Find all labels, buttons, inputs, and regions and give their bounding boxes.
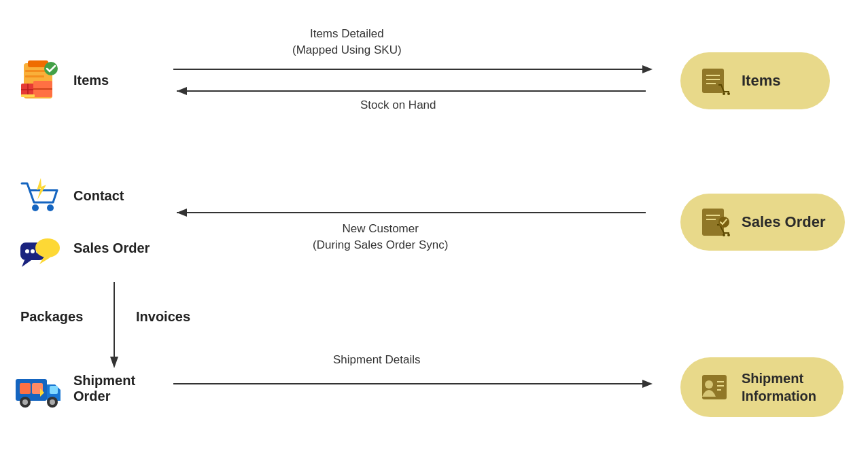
svg-point-50 — [727, 234, 730, 236]
arrow-label-items-detailed: Items Detailed(Mapped Using SKU) — [292, 26, 402, 58]
shipment-order-icon — [12, 361, 67, 416]
svg-marker-9 — [642, 380, 653, 388]
svg-point-22 — [47, 204, 54, 211]
svg-rect-32 — [50, 386, 58, 394]
svg-point-26 — [25, 249, 29, 253]
items-icon — [12, 53, 67, 107]
svg-marker-1 — [642, 65, 653, 73]
items-left-label: Items — [73, 73, 109, 88]
left-item-shipment-order: ShipmentOrder — [12, 361, 135, 416]
shipment-order-left-label: ShipmentOrder — [73, 373, 135, 404]
invoices-label: Invoices — [136, 309, 190, 325]
sales-order-left-icon — [12, 221, 67, 275]
right-pill-shipment-info: ShipmentInformation — [680, 357, 844, 417]
left-item-sales-order: Sales Order — [12, 221, 150, 275]
items-pill-icon — [699, 65, 732, 97]
svg-point-21 — [32, 204, 39, 211]
svg-rect-13 — [25, 75, 44, 77]
svg-point-53 — [705, 380, 713, 389]
svg-point-44 — [723, 92, 725, 95]
svg-point-29 — [35, 238, 60, 257]
packages-label: Packages — [20, 309, 83, 325]
shipment-info-pill-label: ShipmentInformation — [742, 370, 816, 405]
svg-marker-23 — [37, 178, 46, 200]
svg-point-34 — [22, 399, 28, 405]
left-item-contact: Contact — [12, 168, 124, 223]
contact-icon — [12, 168, 67, 223]
shipment-info-pill-icon — [699, 371, 732, 403]
arrow-label-stock-on-hand: Stock on Hand — [360, 98, 436, 112]
svg-point-49 — [723, 234, 725, 236]
sales-order-pill-label: Sales Order — [742, 213, 826, 231]
svg-rect-19 — [21, 94, 35, 97]
left-item-items: Items — [12, 53, 109, 107]
arrow-label-shipment-details: Shipment Details — [333, 353, 421, 367]
right-pill-items: Items — [680, 52, 830, 109]
diagram-container: Items Detailed(Mapped Using SKU) Stock o… — [0, 0, 868, 449]
svg-rect-40 — [702, 69, 724, 93]
svg-point-36 — [50, 399, 55, 405]
svg-marker-3 — [177, 87, 187, 95]
arrow-label-new-customer: New Customer(During Sales Order Sync) — [313, 221, 448, 253]
svg-point-27 — [31, 249, 35, 253]
contact-left-label: Contact — [73, 188, 124, 204]
right-pill-sales-order: Sales Order — [680, 194, 845, 251]
sales-order-left-label: Sales Order — [73, 240, 150, 256]
items-pill-label: Items — [742, 72, 780, 90]
svg-marker-25 — [22, 260, 31, 267]
sales-order-pill-icon — [699, 206, 732, 238]
svg-rect-37 — [20, 383, 31, 394]
svg-marker-5 — [177, 209, 187, 217]
svg-point-45 — [727, 92, 730, 95]
